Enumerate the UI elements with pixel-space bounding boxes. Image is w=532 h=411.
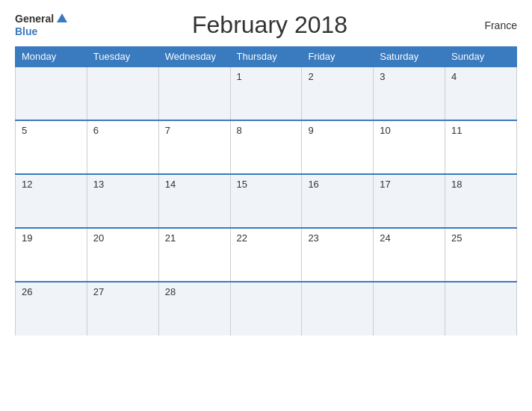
day-number: 19 [22, 232, 32, 244]
day-cell: 26 [16, 282, 87, 336]
day-number: 24 [380, 232, 390, 244]
day-cell: 13 [87, 174, 158, 228]
day-cell: 17 [374, 174, 445, 228]
calendar-title: February 2018 [192, 11, 347, 39]
day-cell [16, 67, 87, 120]
day-number: 1 [237, 71, 242, 82]
day-number: 3 [380, 71, 385, 82]
weekday-header-friday: Friday [302, 47, 374, 67]
calendar-page: General Blue February 2018 France Monday… [0, 0, 532, 411]
week-row-3: 12131415161718 [16, 174, 517, 228]
week-row-5: 262728 [16, 282, 517, 336]
logo: General Blue [15, 13, 67, 38]
logo-triangle-icon [57, 13, 67, 22]
day-number: 2 [308, 71, 313, 82]
day-number: 20 [93, 232, 104, 244]
day-cell [374, 282, 445, 336]
day-cell: 27 [87, 282, 158, 336]
day-number: 18 [451, 179, 462, 190]
day-number: 17 [380, 179, 390, 190]
country-label: France [472, 19, 517, 31]
day-cell: 20 [87, 228, 158, 282]
day-cell: 25 [445, 228, 517, 282]
weekday-header-row: MondayTuesdayWednesdayThursdayFridaySatu… [16, 47, 517, 67]
day-number: 21 [165, 232, 176, 244]
day-cell: 1 [230, 67, 302, 120]
weekday-header-thursday: Thursday [230, 47, 302, 67]
logo-blue-text: Blue [15, 25, 67, 38]
day-cell [230, 282, 302, 336]
day-cell: 12 [16, 174, 87, 228]
day-number: 26 [22, 286, 32, 297]
weekday-header-tuesday: Tuesday [87, 47, 158, 67]
day-cell: 2 [302, 67, 374, 120]
day-cell: 24 [374, 228, 445, 282]
day-cell: 18 [445, 174, 517, 228]
weekday-header-monday: Monday [16, 47, 87, 67]
day-cell [445, 282, 517, 336]
day-cell: 3 [374, 67, 445, 120]
day-cell [87, 67, 158, 120]
day-cell: 4 [445, 67, 517, 120]
calendar-header: General Blue February 2018 France [15, 11, 517, 39]
day-number: 27 [93, 286, 104, 297]
weekday-header-wednesday: Wednesday [158, 47, 230, 67]
day-number: 5 [22, 125, 27, 136]
day-cell [302, 282, 374, 336]
week-row-1: 1234 [16, 67, 517, 120]
day-number: 23 [308, 232, 318, 244]
week-row-2: 567891011 [16, 120, 517, 174]
day-cell: 16 [302, 174, 374, 228]
weekday-header-saturday: Saturday [374, 47, 445, 67]
day-cell: 8 [230, 120, 302, 174]
day-number: 8 [237, 125, 242, 136]
day-number: 11 [451, 125, 462, 136]
calendar-table: MondayTuesdayWednesdayThursdayFridaySatu… [15, 46, 517, 336]
day-cell: 9 [302, 120, 374, 174]
weekday-header-sunday: Sunday [445, 47, 517, 67]
day-cell: 7 [158, 120, 230, 174]
day-number: 16 [308, 179, 318, 190]
week-row-4: 19202122232425 [16, 228, 517, 282]
day-cell: 14 [158, 174, 230, 228]
day-cell: 19 [16, 228, 87, 282]
day-cell: 10 [374, 120, 445, 174]
day-number: 10 [380, 125, 390, 136]
day-number: 14 [165, 179, 176, 190]
day-cell: 21 [158, 228, 230, 282]
day-number: 7 [165, 125, 170, 136]
day-cell: 11 [445, 120, 517, 174]
day-cell [158, 67, 230, 120]
day-cell: 5 [16, 120, 87, 174]
day-number: 22 [237, 232, 247, 244]
day-number: 9 [308, 125, 313, 136]
day-number: 6 [93, 125, 99, 136]
day-cell: 23 [302, 228, 374, 282]
day-cell: 22 [230, 228, 302, 282]
day-cell: 28 [158, 282, 230, 336]
day-number: 15 [237, 179, 247, 190]
day-number: 4 [451, 71, 457, 82]
day-number: 25 [451, 232, 462, 244]
day-cell: 15 [230, 174, 302, 228]
day-cell: 6 [87, 120, 158, 174]
day-number: 13 [93, 179, 104, 190]
day-number: 12 [22, 179, 32, 190]
day-number: 28 [165, 286, 176, 297]
logo-general-text: General [15, 13, 54, 25]
